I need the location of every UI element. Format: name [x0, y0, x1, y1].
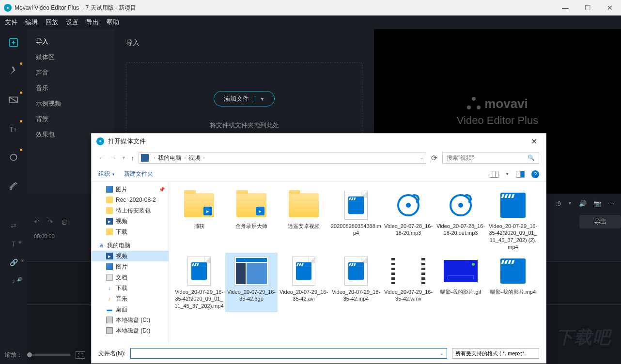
tree-item[interactable]: ♪音乐	[92, 293, 169, 304]
import-tool-icon[interactable]	[6, 35, 21, 50]
redo-icon[interactable]: ↷	[47, 218, 53, 226]
pic-icon	[106, 263, 113, 270]
nav-back-icon[interactable]: ←	[98, 154, 105, 162]
file-item[interactable]: 喵影-我的影片.mp4	[487, 253, 539, 312]
new-folder-button[interactable]: 新建文件夹	[124, 170, 153, 178]
maximize-button[interactable]: ☐	[576, 0, 599, 15]
export-button[interactable]: 导出	[579, 215, 621, 228]
tree-item[interactable]: ↓下载	[92, 283, 169, 293]
organize-button[interactable]: 组织▼	[98, 170, 115, 178]
sidebar-item[interactable]: 示例视频	[27, 96, 114, 111]
search-box[interactable]: 🔍	[442, 152, 539, 164]
file-item[interactable]: Video_20-07-29_16-35-42.3gp	[225, 253, 278, 312]
stickers-tool-icon[interactable]	[6, 150, 21, 165]
menu-item[interactable]: 帮助	[107, 18, 119, 27]
vid-icon: ▸	[106, 218, 113, 225]
tree-item[interactable]: 本地磁盘 (C:)	[92, 315, 169, 325]
file-item[interactable]: Video_20-07-28_16-18-20.mp3	[382, 187, 435, 253]
transitions-tool-icon[interactable]	[6, 92, 21, 107]
tree-item[interactable]: 图片📌	[92, 184, 169, 195]
add-track-icon[interactable]: ⇄	[11, 222, 16, 229]
file-name: Video_20-07-29_16-35-42.mp4	[331, 288, 381, 303]
close-button[interactable]: ✕	[599, 0, 621, 15]
text-track-icon[interactable]: T👁	[12, 240, 16, 248]
view-dropdown-icon[interactable]: ▼	[505, 172, 509, 176]
dialog-close-button[interactable]: ✕	[527, 137, 541, 146]
file-item[interactable]: 喵影-我的影片.gif	[435, 253, 487, 312]
zoom-slider[interactable]	[27, 354, 71, 356]
tree-item[interactable]: ▸视频	[92, 251, 169, 261]
view-mode-button[interactable]	[490, 171, 498, 178]
chevron-down-icon[interactable]: ▼	[568, 201, 572, 206]
filters-tool-icon[interactable]	[6, 63, 21, 78]
zoom-control: 缩放： ⛶	[5, 351, 85, 359]
sidebar-item[interactable]: 导入	[27, 34, 114, 49]
nav-forward-icon[interactable]: →	[110, 154, 117, 162]
breadcrumb-dropdown-icon[interactable]: ⌄	[420, 155, 424, 160]
breadcrumb[interactable]: › 我的电脑 › 视频 › ⌄	[139, 152, 426, 164]
audio-track-icon[interactable]: ♪🔊	[12, 277, 16, 285]
breadcrumb-folder[interactable]: 视频	[188, 154, 200, 162]
file-item[interactable]: Video_20-07-29_16-35-42(2020_09_01_11_45…	[173, 253, 225, 312]
file-item[interactable]: Video_20-07-28_16-18-20.out.mp3	[435, 187, 487, 253]
tree-item[interactable]: Rec_2020-08-2	[92, 195, 169, 205]
minimize-button[interactable]: —	[554, 0, 576, 15]
titles-tool-icon[interactable]: TT	[6, 121, 21, 136]
pc-icon: 🖥	[97, 242, 104, 249]
tree-item[interactable]: ▬桌面	[92, 304, 169, 315]
tree-item[interactable]: 🖥我的电脑	[92, 240, 169, 251]
search-icon[interactable]: 🔍	[528, 154, 535, 161]
delete-icon[interactable]: 🗑	[61, 218, 68, 226]
file-item[interactable]: Video_20-07-29_16-35-42.mp4	[330, 253, 382, 312]
fit-icon[interactable]: ⛶	[76, 351, 85, 359]
camera-icon[interactable]: 📷	[593, 200, 601, 207]
file-item[interactable]: 202008280354388.mp4	[330, 187, 382, 253]
menu-item[interactable]: 编辑	[25, 18, 38, 27]
dialog-app-icon: ✦	[96, 137, 104, 145]
undo-icon[interactable]: ↶	[34, 218, 40, 226]
tree-item[interactable]: 文档	[92, 272, 169, 283]
volume-icon[interactable]: 🔊	[579, 200, 587, 207]
open-file-dialog: ✦ 打开媒体文件 ✕ ← → ▼ ↑ › 我的电脑 › 视频 › ⌄ ⟳ 🔍 组…	[91, 133, 546, 364]
tree-item[interactable]: 本地磁盘 (D:)	[92, 325, 169, 336]
file-item[interactable]: Video_20-07-29_16-35-42(2020_09_01_11_45…	[487, 187, 539, 253]
file-item[interactable]: Video_20-07-29_16-35-42.wmv	[382, 253, 435, 312]
preview-pane-button[interactable]	[516, 171, 525, 178]
sidebar-item[interactable]: 音乐	[27, 80, 114, 96]
tree-item[interactable]: 待上传安装包	[92, 205, 169, 216]
movavi-logo-icon	[467, 97, 481, 110]
sidebar-item[interactable]: 媒体区	[27, 49, 114, 65]
chevron-down-icon[interactable]: ▼	[255, 96, 265, 102]
file-filter[interactable]: 所有受支持的格式 ( *. mepx;*.	[452, 348, 539, 359]
nav-history-icon[interactable]: ▼	[122, 155, 126, 160]
file-thumb	[339, 190, 373, 221]
import-title: 导入	[126, 39, 362, 47]
nav-up-icon[interactable]: ↑	[131, 154, 134, 162]
breadcrumb-root[interactable]: 我的电脑	[158, 154, 181, 162]
help-icon[interactable]: ?	[531, 170, 539, 178]
search-input[interactable]	[447, 154, 528, 161]
tree-label: 下载	[116, 228, 127, 236]
file-item[interactable]: Video_20-07-29_16-35-42.avi	[278, 253, 330, 312]
filename-input[interactable]: ⌄	[130, 348, 447, 359]
file-item[interactable]: 捕获	[173, 187, 225, 253]
file-item[interactable]: 逍遥安卓视频	[278, 187, 330, 253]
tree-item[interactable]: ▸视频	[92, 216, 169, 227]
menu-item[interactable]: 文件	[5, 18, 17, 27]
file-item[interactable]: 金舟录屏大师	[225, 187, 278, 253]
folder-icon	[106, 207, 113, 214]
more-tool-icon[interactable]	[6, 179, 21, 194]
sidebar-item[interactable]: 声音	[27, 65, 114, 80]
aspect-ratio[interactable]: :9	[556, 200, 561, 207]
more-icon[interactable]: ⋯	[608, 200, 614, 207]
menu-item[interactable]: 导出	[86, 18, 99, 27]
site-watermark: 下载吧	[556, 326, 611, 349]
sidebar-item[interactable]: 背景	[27, 111, 114, 127]
link-track-icon[interactable]: 🔗👁	[10, 258, 18, 266]
refresh-icon[interactable]: ⟳	[431, 153, 437, 163]
menu-item[interactable]: 设置	[66, 18, 78, 27]
add-files-button[interactable]: 添加文件 ▼	[214, 91, 275, 106]
tree-item[interactable]: 图片	[92, 261, 169, 272]
menu-item[interactable]: 回放	[46, 18, 58, 27]
tree-item[interactable]: 下载	[92, 227, 169, 237]
